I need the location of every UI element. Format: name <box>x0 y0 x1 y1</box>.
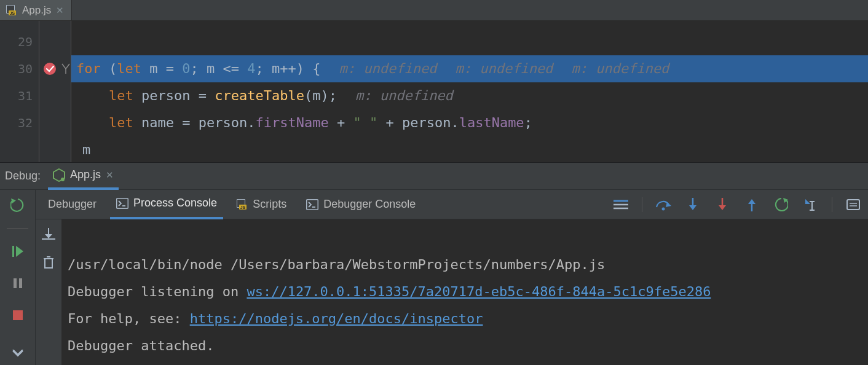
tab-debugger-console[interactable]: Debugger Console <box>300 190 422 219</box>
tab-process-console[interactable]: Process Console <box>110 190 223 219</box>
debug-title: Debug: <box>5 170 41 182</box>
svg-marker-44 <box>45 234 52 238</box>
resume-button[interactable] <box>9 242 27 261</box>
inline-variable-value: m: undefined <box>571 55 669 82</box>
js-file-icon: JS <box>6 5 17 16</box>
svg-rect-45 <box>45 259 52 268</box>
rerun-button[interactable] <box>9 196 27 214</box>
drop-frame-button[interactable] <box>773 196 790 213</box>
pause-button[interactable] <box>9 274 27 292</box>
svg-rect-10 <box>14 278 17 288</box>
debug-tool-window: Debug: App.js ✕ <box>0 162 868 365</box>
line-number: 30 <box>0 55 39 82</box>
svg-text:JS: JS <box>10 10 15 15</box>
code-content[interactable]: for (let m = 0; m <= 4; m++) {m: undefin… <box>71 21 868 162</box>
tab-debugger[interactable]: Debugger <box>42 190 103 219</box>
console-output[interactable]: /usr/local/bin/node /Users/barbara/Webst… <box>61 219 868 365</box>
line-number: 31 <box>0 82 39 109</box>
editor-tab-app-js[interactable]: JS App.js ✕ <box>0 0 72 20</box>
svg-point-27 <box>662 207 665 210</box>
breakpoint-gutter[interactable] <box>39 21 60 162</box>
stop-button[interactable] <box>9 306 27 324</box>
step-out-button[interactable] <box>743 196 760 213</box>
debug-action-sidebar <box>0 190 36 365</box>
svg-rect-21 <box>307 200 318 209</box>
console-line: Debugger attached. <box>68 338 214 353</box>
line-number-gutter: 29 30 31 32 <box>0 21 39 162</box>
code-line[interactable] <box>71 28 868 55</box>
run-to-cursor-button[interactable] <box>802 196 819 213</box>
console-link[interactable]: https://nodejs.org/en/docs/inspector <box>190 311 483 326</box>
console-line: Debugger listening on <box>68 284 247 299</box>
console-link[interactable]: ws://127.0.0.1:51335/7a20717d-eb5c-486f-… <box>247 284 711 299</box>
debug-header: Debug: App.js ✕ <box>0 163 868 190</box>
nodejs-icon <box>53 168 65 182</box>
inline-variable-value: m: undefined <box>455 55 553 82</box>
fold-gutter[interactable] <box>60 21 71 162</box>
line-number: 29 <box>0 28 39 55</box>
fold-handle-icon[interactable] <box>60 55 71 82</box>
svg-marker-9 <box>16 246 23 257</box>
force-step-into-button[interactable] <box>714 196 731 213</box>
console-line: /usr/local/bin/node /Users/barbara/Webst… <box>68 257 605 272</box>
line-number: 32 <box>0 109 39 136</box>
svg-marker-33 <box>748 199 756 204</box>
completion-hint: m <box>71 136 868 163</box>
svg-rect-39 <box>847 200 859 210</box>
debug-session-label: App.js <box>70 168 101 181</box>
js-file-icon: JS <box>237 199 248 210</box>
console-icon <box>306 199 318 210</box>
svg-marker-31 <box>719 205 726 210</box>
show-execution-point-button[interactable] <box>612 196 629 213</box>
svg-text:JS: JS <box>240 205 246 209</box>
console-gutter <box>36 219 61 365</box>
svg-point-6 <box>61 178 65 181</box>
svg-rect-14 <box>117 198 128 208</box>
svg-marker-29 <box>689 205 696 210</box>
svg-rect-12 <box>13 310 23 320</box>
close-icon[interactable]: ✕ <box>106 170 114 181</box>
close-icon[interactable]: ✕ <box>56 5 64 16</box>
code-editor[interactable]: 29 30 31 32 for (let m = 0; m <= 4; m++)… <box>0 21 868 162</box>
code-line[interactable]: let name = person.firstName + " " + pers… <box>71 109 868 136</box>
debug-subtab-bar: Debugger Process Console JS <box>36 190 868 219</box>
clear-all-icon[interactable] <box>40 254 57 271</box>
scroll-to-end-icon[interactable] <box>40 226 57 243</box>
code-line[interactable]: for (let m = 0; m <= 4; m++) {m: undefin… <box>71 55 868 82</box>
debug-session-tab[interactable]: App.js ✕ <box>48 163 119 190</box>
svg-marker-35 <box>805 199 810 204</box>
editor-tab-bar: JS App.js ✕ <box>0 0 868 21</box>
evaluate-expression-button[interactable] <box>845 196 862 213</box>
svg-point-4 <box>44 63 56 75</box>
inline-variable-value: m: undefined <box>355 82 453 109</box>
step-into-button[interactable] <box>684 196 701 213</box>
editor-tab-label: App.js <box>22 4 51 17</box>
inline-variable-value: m: undefined <box>339 55 436 82</box>
svg-rect-11 <box>19 278 22 288</box>
breakpoint-icon[interactable] <box>39 55 60 82</box>
console-icon <box>116 198 128 209</box>
step-over-button[interactable] <box>655 196 672 213</box>
svg-rect-8 <box>12 246 14 257</box>
code-line[interactable]: let person = createTable(m);m: undefined <box>71 82 868 109</box>
tab-scripts[interactable]: JS Scripts <box>231 190 293 219</box>
more-icon[interactable] <box>9 344 27 363</box>
console-line: For help, see: <box>68 311 190 326</box>
